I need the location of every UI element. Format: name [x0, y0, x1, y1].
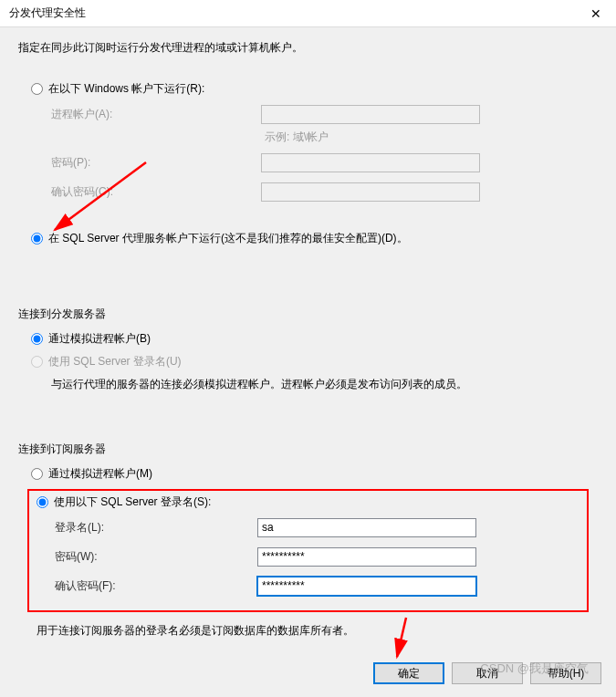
sub-confirm-label: 确认密码(F):	[55, 578, 257, 594]
sub-impersonate-radio[interactable]	[31, 468, 43, 480]
subscriber-info: 用于连接订阅服务器的登录名必须是订阅数据库的数据库所有者。	[37, 623, 598, 639]
run-as-windows-radio[interactable]	[31, 83, 43, 95]
run-as-sqlagent-radio[interactable]	[31, 233, 43, 244]
subscriber-section: 通过模拟进程帐户(M) 使用以下 SQL Server 登录名(S): 登录名(…	[18, 466, 598, 639]
sub-sqllogin-label: 使用以下 SQL Server 登录名(S):	[54, 494, 211, 510]
runas-confirm-row: 确认密码(C):	[51, 182, 598, 202]
run-as-sqlagent-radio-row[interactable]: 在 SQL Server 代理服务帐户下运行(这不是我们推荐的最佳安全配置)(D…	[31, 231, 598, 246]
distributor-info: 与运行代理的服务器的连接必须模拟进程帐户。进程帐户必须是发布访问列表的成员。	[51, 377, 598, 392]
process-account-input	[261, 105, 480, 124]
highlighted-area: 使用以下 SQL Server 登录名(S): 登录名(L): 密码(W): 确…	[27, 489, 589, 612]
dist-impersonate-radio-row[interactable]: 通过模拟进程帐户(B)	[31, 331, 598, 347]
sub-password-label: 密码(W):	[55, 549, 257, 565]
runas-password-input	[261, 153, 480, 172]
instruction-text: 指定在同步此订阅时运行分发代理进程的域或计算机帐户。	[18, 40, 598, 56]
run-as-section: 在以下 Windows 帐户下运行(R): 进程帐户(A): 示例: 域\帐户 …	[18, 81, 598, 246]
help-button[interactable]: 帮助(H)	[530, 662, 601, 684]
sub-confirm-input[interactable]	[257, 577, 476, 596]
runas-confirm-input	[261, 182, 480, 202]
subscriber-title: 连接到订阅服务器	[18, 442, 598, 457]
runas-confirm-label: 确认密码(C):	[51, 184, 261, 200]
process-account-label: 进程帐户(A):	[51, 107, 261, 122]
sub-sqllogin-radio-row[interactable]: 使用以下 SQL Server 登录名(S):	[37, 494, 583, 510]
cancel-button[interactable]: 取消	[452, 662, 523, 684]
distributor-title: 连接到分发服务器	[18, 307, 598, 322]
dist-impersonate-radio[interactable]	[31, 333, 43, 345]
runas-password-row: 密码(P):	[51, 152, 598, 172]
dialog-content: 指定在同步此订阅时运行分发代理进程的域或计算机帐户。 在以下 Windows 帐…	[0, 27, 616, 639]
sub-login-label: 登录名(L):	[55, 520, 257, 536]
sub-impersonate-radio-row[interactable]: 通过模拟进程帐户(M)	[31, 466, 598, 482]
distributor-section: 通过模拟进程帐户(B) 使用 SQL Server 登录名(U) 与运行代理的服…	[18, 331, 598, 392]
run-as-windows-radio-row[interactable]: 在以下 Windows 帐户下运行(R):	[31, 81, 598, 97]
runas-password-label: 密码(P):	[51, 155, 261, 171]
sub-confirm-row: 确认密码(F):	[55, 576, 583, 596]
titlebar: 分发代理安全性 ✕	[0, 0, 616, 27]
sub-sqllogin-radio[interactable]	[37, 496, 48, 508]
run-as-windows-label: 在以下 Windows 帐户下运行(R):	[48, 81, 204, 97]
sub-password-row: 密码(W):	[55, 546, 583, 567]
sub-impersonate-label: 通过模拟进程帐户(M)	[48, 466, 152, 482]
sub-login-input[interactable]	[257, 518, 476, 537]
process-account-row: 进程帐户(A):	[51, 104, 598, 124]
close-button[interactable]: ✕	[575, 0, 616, 27]
dist-sqllogin-label: 使用 SQL Server 登录名(U)	[48, 354, 182, 369]
button-bar: 确定 取消 帮助(H)	[373, 662, 601, 684]
ok-button[interactable]: 确定	[373, 662, 444, 684]
dist-sqllogin-radio-row: 使用 SQL Server 登录名(U)	[31, 354, 598, 369]
process-account-hint: 示例: 域\帐户	[265, 130, 598, 145]
dist-impersonate-label: 通过模拟进程帐户(B)	[48, 331, 151, 347]
close-icon: ✕	[590, 6, 601, 21]
window-title: 分发代理安全性	[9, 5, 86, 21]
sub-login-row: 登录名(L):	[55, 517, 583, 537]
run-as-sqlagent-label: 在 SQL Server 代理服务帐户下运行(这不是我们推荐的最佳安全配置)(D…	[48, 231, 408, 246]
dist-sqllogin-radio	[31, 356, 43, 368]
sub-password-input[interactable]	[257, 547, 476, 567]
